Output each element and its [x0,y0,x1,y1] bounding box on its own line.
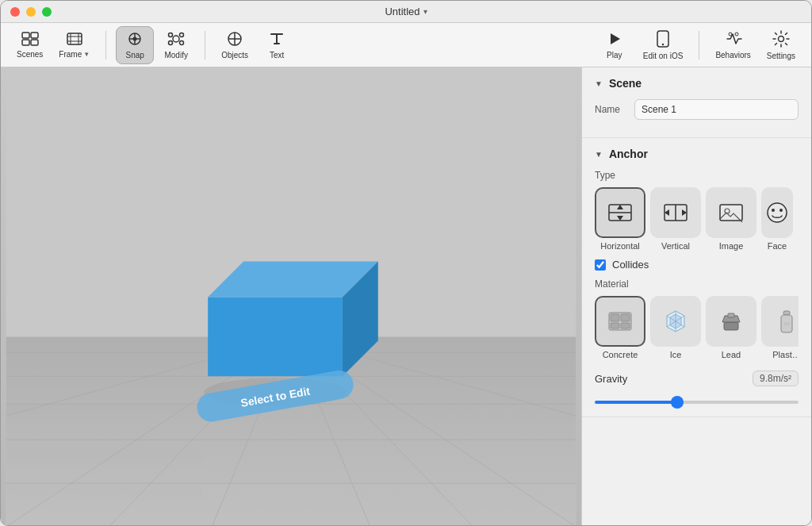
window-title: Untitled ▾ [385,6,427,17]
snap-label: Snap [126,51,144,60]
material-grid: Concrete Ice [595,296,799,359]
svg-marker-35 [208,298,343,377]
svg-point-17 [735,33,738,36]
scenes-icon [21,32,39,48]
behaviors-label: Behaviors [715,51,750,60]
plastic-label: Plast… [772,350,799,359]
scenes-button[interactable]: Scenes [10,26,49,64]
svg-rect-61 [724,322,738,330]
type-label: Type [595,170,799,181]
scene-name-input[interactable] [634,99,799,120]
settings-button[interactable]: Settings [760,26,802,64]
gravity-row: Gravity 9.8m/s² [595,371,799,386]
ice-label: Ice [670,350,682,359]
vertical-icon-box [650,187,701,238]
svg-marker-44 [665,209,669,216]
viewport-svg: Select to Edit [1,67,581,526]
frame-button[interactable]: Frame ▼ [52,26,96,64]
behaviors-icon [725,31,742,49]
close-button[interactable] [10,7,20,17]
svg-rect-64 [783,311,790,315]
lead-icon-box [706,296,756,347]
anchor-section-header: ▼ Anchor [595,148,799,160]
name-field-label: Name [595,104,626,115]
scene-section-header: ▼ Scene [595,77,799,90]
svg-point-8 [169,33,173,36]
anchor-section: ▼ Anchor Type Horizontal [582,138,811,417]
gear-icon [772,30,790,50]
svg-point-50 [779,209,783,212]
collides-checkbox[interactable] [595,259,606,271]
edit-on-ios-button[interactable]: Edit on iOS [637,26,690,64]
scenes-label: Scenes [17,50,43,59]
svg-point-65 [783,322,790,325]
scene-name-row: Name [595,99,799,120]
lead-label: Lead [722,350,741,359]
gravity-slider[interactable] [595,401,799,404]
svg-marker-13 [611,33,620,44]
ios-device-icon [656,30,670,50]
modify-icon [167,31,185,49]
vertical-label: Vertical [661,241,690,251]
material-concrete[interactable]: Concrete [595,296,645,359]
snap-icon [125,31,144,49]
material-plastic[interactable]: Plast… [761,296,799,359]
separator-1 [105,31,106,60]
anchor-title: Anchor [609,148,648,160]
anchor-type-face[interactable]: Face [761,187,793,251]
anchor-type-vertical[interactable]: Vertical [650,187,701,251]
svg-point-16 [729,33,732,36]
snap-button[interactable]: Snap [116,26,154,64]
frame-dropdown-icon: ▼ [83,51,90,58]
svg-point-7 [173,36,179,42]
horizontal-icon-box [595,187,645,238]
svg-point-10 [169,40,173,44]
svg-point-11 [180,40,184,44]
title-bar: Untitled ▾ [1,1,811,23]
material-lead[interactable]: Lead [706,296,756,359]
maximize-button[interactable] [42,7,52,17]
text-label: Text [270,51,284,60]
svg-point-49 [772,209,775,212]
gravity-slider-row [595,393,799,407]
svg-rect-55 [621,323,630,328]
frame-label: Frame [59,50,82,59]
collides-row: Collides [595,259,799,271]
text-button[interactable]: Text [258,26,296,64]
collides-label[interactable]: Collides [612,259,649,271]
svg-marker-45 [682,209,687,216]
gravity-label: Gravity [595,373,642,385]
concrete-label: Concrete [603,350,638,359]
scene-section: ▼ Scene Name [582,67,811,138]
main-content: Select to Edit ▼ Scene Name ▼ Anchor Typ… [1,67,811,526]
settings-label: Settings [767,52,795,60]
svg-rect-1 [31,33,38,38]
anchor-type-grid: Horizontal Vertical [595,187,799,251]
play-icon [607,31,622,49]
text-icon [269,31,285,49]
behaviors-button[interactable]: Behaviors [709,26,756,64]
play-button[interactable]: Play [596,26,634,64]
toolbar: Scenes Frame ▼ Snap [1,23,811,67]
svg-point-18 [778,36,783,41]
anchor-type-horizontal[interactable]: Horizontal [595,187,645,251]
ice-icon-box [650,296,701,347]
material-ice[interactable]: Ice [650,296,701,359]
frame-icon [66,32,83,48]
svg-rect-63 [728,313,734,317]
scene-chevron-icon: ▼ [595,79,603,88]
svg-point-15 [662,43,664,44]
modify-button[interactable]: Modify [157,26,195,64]
anchor-chevron-icon: ▼ [595,150,603,159]
svg-rect-2 [22,40,29,45]
objects-button[interactable]: Objects [215,26,255,64]
anchor-type-image[interactable]: Image [706,187,756,251]
viewport[interactable]: Select to Edit [1,67,581,526]
svg-rect-0 [22,33,29,38]
plastic-icon-box [761,296,799,347]
modify-label: Modify [164,51,187,60]
minimize-button[interactable] [26,7,36,17]
face-icon-box [761,187,793,238]
svg-rect-4 [67,33,82,44]
image-icon-box [706,187,756,238]
